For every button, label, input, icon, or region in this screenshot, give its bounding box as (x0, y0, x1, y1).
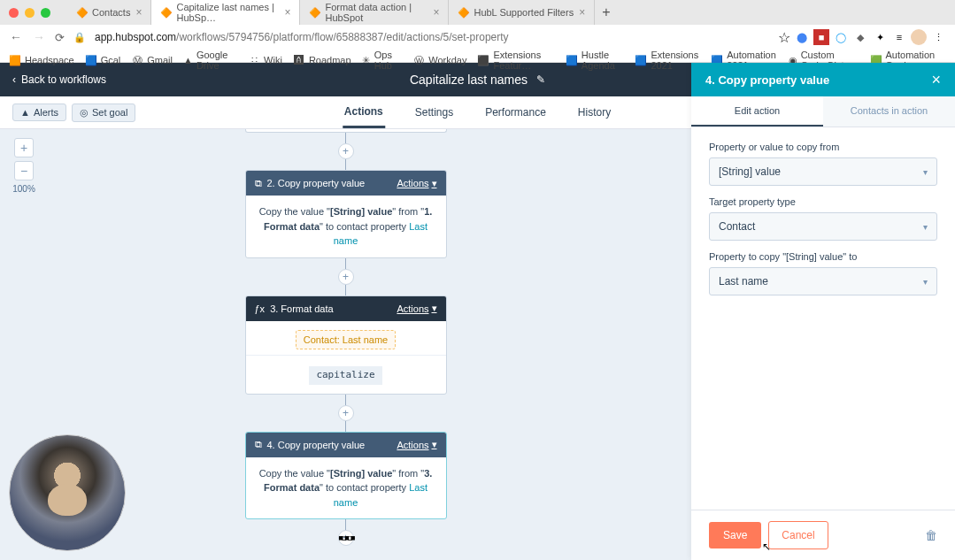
field-label: Property to copy "[String] value" to (709, 251, 937, 262)
ext-icon: ⬛ (477, 54, 489, 66)
field-label: Property or value to copy from (709, 142, 937, 152)
doc-icon: 🟦 (566, 54, 578, 66)
copy-icon: ⧉ (255, 439, 262, 450)
hubspot-icon: 🔶 (76, 7, 87, 18)
bookmark[interactable]: 🟧Headspace (9, 54, 74, 66)
profile-avatar[interactable] (911, 29, 927, 45)
browser-tab[interactable]: 🔶HubL Supported Filters× (449, 0, 595, 25)
url-bar[interactable]: app.hubspot.com/workflows/5794756/platfo… (95, 31, 769, 43)
node-header: ƒx3. Format data Actions▾ (246, 296, 446, 321)
bookmark[interactable]: ⓌWorkday (412, 54, 466, 66)
add-step-button[interactable]: + (338, 405, 354, 421)
close-icon[interactable]: × (433, 6, 439, 19)
set-goal-button[interactable]: ◎Set goal (72, 104, 135, 122)
node-actions-dropdown[interactable]: Actions▾ (397, 303, 436, 314)
loading-indicator: ▪▫▪▫▪ (338, 529, 353, 548)
zoom-in-button[interactable]: + (14, 138, 34, 157)
browser-tab[interactable]: 🔶Contacts× (67, 0, 151, 25)
close-icon[interactable]: × (284, 6, 290, 19)
browser-tab[interactable]: 🔶Format data action | HubSpot× (300, 0, 449, 25)
close-icon[interactable]: × (135, 6, 142, 19)
star-icon[interactable]: ☆ (778, 29, 790, 46)
zoom-out-button[interactable]: − (14, 161, 34, 180)
node-2-copy-property[interactable]: ⧉2. Copy property value Actions▾ Copy th… (245, 170, 447, 258)
lock-icon: 🔒 (73, 32, 86, 43)
close-icon[interactable]: × (579, 6, 585, 19)
bookmark[interactable]: 🅰Roadmap (293, 54, 351, 66)
node-actions-dropdown[interactable]: Actions▾ (397, 178, 436, 189)
chevron-left-icon: ‹ (12, 73, 16, 86)
tab-actions[interactable]: Actions (343, 96, 385, 128)
zoom-controls: + − 100% (11, 138, 37, 194)
close-icon[interactable]: × (931, 71, 941, 89)
trash-icon[interactable]: 🗑 (925, 528, 937, 542)
back-to-workflows-link[interactable]: ‹ Back to workflows (12, 73, 106, 86)
ext-icon[interactable]: ■ (813, 29, 829, 45)
ext-icon[interactable]: ⬤ (794, 29, 810, 45)
node-header: ⧉4. Copy property value Actions▾ (246, 433, 446, 457)
node-actions-dropdown[interactable]: Actions▾ (397, 439, 436, 450)
opshub-icon: ✳ (362, 54, 371, 66)
copy-icon: ⧉ (255, 178, 262, 189)
flow-column: + ⧉2. Copy property value Actions▾ Copy … (245, 129, 447, 546)
bookmark[interactable]: 🟦Hustle Agenda (566, 50, 625, 71)
reload-icon[interactable]: ⟳ (55, 31, 65, 44)
tab-history[interactable]: History (576, 96, 612, 128)
window-close-dot[interactable] (9, 8, 19, 18)
node-3-format-data[interactable]: ƒx3. Format data Actions▾ Contact: Last … (245, 295, 447, 395)
gmail-icon: Ⓜ (131, 54, 143, 66)
function-icon: ƒx (255, 303, 266, 314)
bookmark[interactable]: ✳Ops Hub (362, 50, 403, 71)
presenter-video (9, 434, 126, 551)
browser-chrome: 🔶Contacts× 🔶Capitalize last names | HubS… (0, 0, 955, 63)
chevron-down-icon: ▾ (432, 178, 437, 189)
node-body: Contact: Last name capitalize (246, 321, 446, 394)
add-step-button[interactable]: + (338, 269, 354, 285)
ext-icon[interactable]: ◆ (852, 29, 868, 45)
bookmark[interactable]: ▲Google Drive (183, 50, 237, 71)
doc-icon: 🟦 (635, 54, 647, 66)
browser-tab[interactable]: 🔶Capitalize last names | HubSp…× (151, 0, 300, 25)
target-type-select[interactable]: Contact▾ (709, 212, 937, 241)
sub-tabs: Actions Settings Performance History (343, 96, 612, 128)
browser-tabs: 🔶Contacts× 🔶Capitalize last names | HubS… (0, 0, 955, 25)
pencil-icon[interactable]: ✎ (536, 73, 545, 86)
ext-icon[interactable]: ◯ (833, 29, 849, 45)
kebab-icon[interactable]: ⋮ (930, 29, 946, 45)
save-button[interactable]: Save (709, 522, 761, 548)
back-arrow-icon[interactable]: ← (9, 30, 23, 44)
new-tab-button[interactable]: + (595, 4, 617, 20)
alerts-button[interactable]: ▲Alerts (12, 104, 66, 121)
node-body: Copy the value "[String] value" from "3.… (246, 457, 446, 519)
tab-performance[interactable]: Performance (483, 96, 548, 128)
panel-footer: Save Cancel 🗑 ↖ (691, 510, 955, 560)
window-max-dot[interactable] (41, 8, 50, 18)
forward-arrow-icon[interactable]: → (32, 30, 46, 44)
cancel-button[interactable]: Cancel (768, 521, 828, 549)
window-min-dot[interactable] (25, 8, 35, 18)
add-step-button[interactable]: + (338, 143, 354, 159)
bookmark[interactable]: ⬛Extensions Featur… (477, 50, 554, 71)
workday-icon: Ⓦ (412, 54, 425, 66)
url-bar-row: ← → ⟳ 🔒 app.hubspot.com/workflows/579475… (0, 25, 955, 50)
side-panel: 4. Copy property value × Edit action Con… (691, 63, 955, 560)
chevron-down-icon: ▾ (923, 277, 928, 287)
property-token: Contact: Last name (296, 330, 396, 350)
puzzle-icon[interactable]: ✦ (872, 29, 888, 45)
node-4-copy-property[interactable]: ⧉4. Copy property value Actions▾ Copy th… (245, 432, 447, 520)
list-icon[interactable]: ≡ (891, 29, 907, 45)
tab-contacts-in-action[interactable]: Contacts in action (823, 96, 955, 127)
chevron-down-icon: ▾ (923, 222, 928, 232)
panel-tabs: Edit action Contacts in action (691, 96, 955, 127)
bookmark[interactable]: ∷Wiki (248, 54, 282, 66)
workflow-canvas[interactable]: + − 100% + ⧉2. Copy property value Actio… (0, 129, 691, 560)
tab-settings[interactable]: Settings (413, 96, 455, 128)
copy-from-select[interactable]: [String] value▾ (709, 157, 937, 186)
copy-to-select[interactable]: Last name▾ (709, 267, 937, 295)
workflow-title: Capitalize last names ✎ (410, 73, 545, 87)
roadmap-icon: 🅰 (293, 54, 305, 66)
tab-edit-action[interactable]: Edit action (691, 96, 823, 127)
bookmark[interactable]: 🟦Gcal (85, 54, 121, 66)
hubspot-icon: 🔶 (160, 7, 171, 18)
bookmark[interactable]: ⓂGmail (131, 54, 173, 66)
